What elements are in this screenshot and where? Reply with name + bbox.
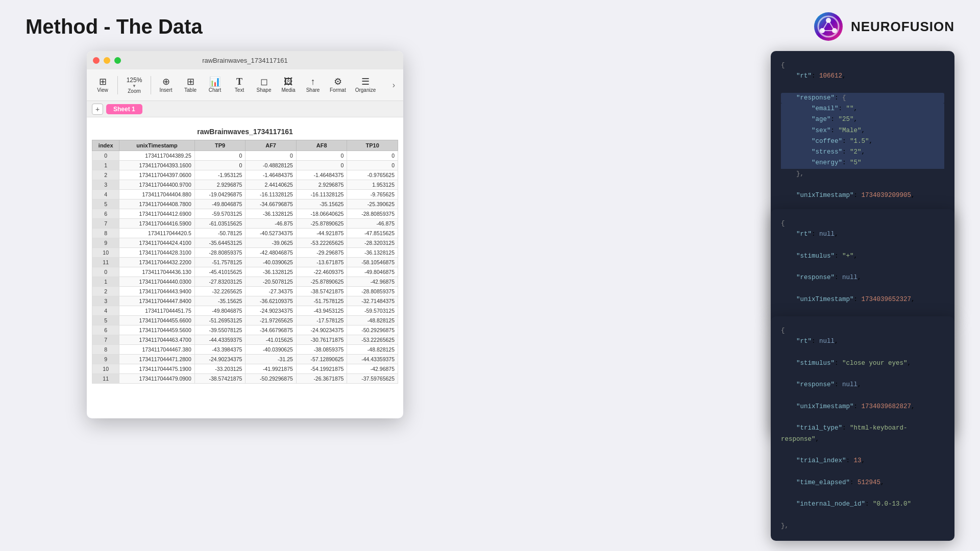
cell-tp9: -45.41015625 (194, 267, 246, 277)
organize-icon: ☰ (361, 77, 370, 86)
numbers-window: rawBrainwaves_1734117161 ⊞ View 125% ▼ Z… (87, 51, 403, 418)
toolbar-share[interactable]: ↑ Share (301, 75, 325, 95)
zoom-label: Zoom (128, 88, 141, 94)
table-row: 7 1734117044463.4700 -44.43359375 -41.01… (92, 335, 398, 345)
json2-response: "response": null, (781, 272, 944, 283)
json-panel-3: { "rt": null, "stimulus": "close your ey… (771, 316, 954, 541)
cell-tp10: -48.828125 (347, 345, 398, 355)
cell-af8: -16.11328125 (296, 190, 347, 199)
toolbar-media[interactable]: 🖼 Media (277, 75, 300, 95)
cell-index: 0 (92, 267, 119, 277)
table-row: 10 1734117044428.3100 -28.80859375 -42.4… (92, 248, 398, 258)
cell-index: 2 (92, 287, 119, 296)
cell-af8: -44.921875 (296, 229, 347, 238)
maximize-button[interactable] (114, 57, 121, 64)
cell-af8: -25.87890625 (296, 219, 347, 229)
json-open-brace-1: { (781, 62, 785, 69)
json-response-line: "response": { (781, 93, 944, 104)
table-row: 1 1734117044393.1600 0 -0.48828125 0 0 (92, 161, 398, 170)
neurofusion-logo-icon (813, 11, 844, 42)
cell-tp10: -59.5703125 (347, 306, 398, 316)
toolbar-format[interactable]: ⚙ Format (326, 75, 350, 95)
table-row: 5 1734117044455.6600 -51.26953125 -21.97… (92, 316, 398, 325)
minimize-button[interactable] (104, 57, 110, 64)
cell-af8: -38.0859375 (296, 345, 347, 355)
cell-af8: -1.46484375 (296, 170, 347, 180)
cell-af7: -34.66796875 (246, 199, 297, 209)
cell-timestamp: 1734117044459.5600 (119, 325, 194, 335)
cell-timestamp: 1734117044447.8400 (119, 296, 194, 306)
table-row: 0 1734117044436.130 -45.41015625 -36.132… (92, 267, 398, 277)
toolbar-organize[interactable]: ☰ Organize (351, 75, 380, 95)
add-sheet-button[interactable]: + (92, 104, 103, 115)
cell-index: 4 (92, 190, 119, 199)
json2-rt: "rt": null, (781, 229, 944, 240)
toolbar-chart[interactable]: 📊 Chart (203, 75, 227, 95)
cell-tp10: -37.59765625 (347, 374, 398, 384)
cell-af7: -36.62109375 (246, 296, 297, 306)
cell-af7: -20.5078125 (246, 277, 297, 287)
cell-tp9: -49.8046875 (194, 199, 246, 209)
toolbar-view[interactable]: ⊞ View (91, 75, 114, 95)
table-row: 5 1734117044408.7800 -49.8046875 -34.667… (92, 199, 398, 209)
toolbar-divider-1 (117, 76, 118, 94)
cell-af8: -54.19921875 (296, 364, 347, 374)
toolbar-table[interactable]: ⊞ Table (179, 75, 202, 95)
cell-af7: -42.48046875 (246, 248, 297, 258)
cell-tp10: -32.71484375 (347, 296, 398, 306)
shape-label: Shape (257, 87, 272, 93)
json-sex-line: "sex": "Male", (781, 126, 944, 136)
cell-af7: -24.90234375 (246, 306, 297, 316)
cell-tp9: -61.03515625 (194, 219, 246, 229)
table-row: 4 1734117044404.880 -19.04296875 -16.113… (92, 190, 398, 199)
cell-timestamp: 1734117044393.1600 (119, 161, 194, 170)
cell-af7: -36.1328125 (246, 267, 297, 277)
cell-timestamp: 1734117044455.6600 (119, 316, 194, 325)
cell-timestamp: 1734117044412.6900 (119, 209, 194, 219)
json-open-brace-3: { (781, 327, 785, 334)
json-energy-line: "energy": "5" (781, 158, 944, 168)
cell-af7: -39.0625 (246, 238, 297, 248)
cell-tp10: -25.390625 (347, 199, 398, 209)
json-close-response: }, (781, 169, 944, 180)
toolbar-insert[interactable]: ⊕ Insert (154, 75, 178, 95)
cell-tp9: -27.83203125 (194, 277, 246, 287)
cell-tp9: -51.7578125 (194, 258, 246, 267)
cell-tp9: 0 (194, 151, 246, 161)
sheet-tab-1[interactable]: Sheet 1 (106, 104, 142, 114)
cell-timestamp: 1734117044397.0600 (119, 170, 194, 180)
table-row: 6 1734117044459.5600 -39.55078125 -34.66… (92, 325, 398, 335)
col-af7: AF7 (246, 140, 297, 151)
table-row: 11 1734117044479.0900 -38.57421875 -50.2… (92, 374, 398, 384)
cell-timestamp: 1734117044467.380 (119, 345, 194, 355)
cell-af8: -38.57421875 (296, 287, 347, 296)
json-line: "rt": 106612, (781, 71, 944, 82)
cell-index: 2 (92, 170, 119, 180)
cell-index: 7 (92, 335, 119, 345)
cell-af8: -26.3671875 (296, 374, 347, 384)
cell-tp10: -42.96875 (347, 277, 398, 287)
json3-node-id: "internal_node_id": "0.0-13.0" (781, 499, 944, 510)
json2-unix: "unixTimestamp": 1734039652327, (781, 294, 944, 305)
cell-tp9: -1.953125 (194, 170, 246, 180)
toolbar-zoom[interactable]: 125% ▼ Zoom (121, 74, 148, 96)
cell-tp10: -28.80859375 (347, 209, 398, 219)
cell-index: 8 (92, 229, 119, 238)
json3-stimulus: "stimulus": "close your eyes", (781, 358, 944, 369)
table-row: 6 1734117044412.6900 -59.5703125 -36.132… (92, 209, 398, 219)
cell-timestamp: 1734117044440.0300 (119, 277, 194, 287)
cell-index: 4 (92, 306, 119, 316)
toolbar-text[interactable]: T Text (228, 75, 251, 95)
share-label: Share (306, 87, 320, 93)
close-button[interactable] (93, 57, 100, 64)
json-age-line: "age": "25", (781, 114, 944, 125)
toolbar-shape[interactable]: ◻ Shape (252, 75, 276, 95)
cell-af7: -34.66796875 (246, 325, 297, 335)
table-row: 3 1734117044447.8400 -35.15625 -36.62109… (92, 296, 398, 306)
toolbar-more-button[interactable]: › (388, 79, 399, 92)
cell-timestamp: 1734117044420.5 (119, 229, 194, 238)
text-icon: T (236, 77, 242, 86)
cell-tp9: -59.5703125 (194, 209, 246, 219)
share-icon: ↑ (311, 77, 315, 86)
cell-timestamp: 1734117044475.1900 (119, 364, 194, 374)
